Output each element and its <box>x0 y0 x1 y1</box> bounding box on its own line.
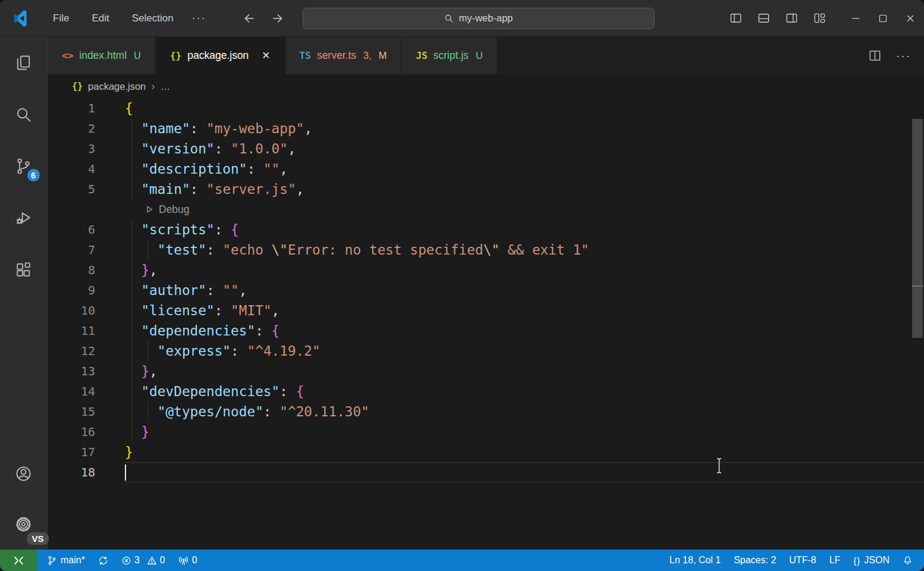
code-line[interactable]: 10 "license": "MIT", <box>48 300 924 321</box>
language-mode[interactable]: {}JSON <box>847 550 896 571</box>
toggle-primary-sidebar-icon[interactable] <box>729 11 743 25</box>
code-line[interactable]: 18 <box>48 462 924 482</box>
line-number: 12 <box>48 341 95 361</box>
indent-guide <box>147 341 148 361</box>
eol-sequence[interactable]: LF <box>823 550 847 571</box>
menu-edit[interactable]: Edit <box>80 8 120 29</box>
indentation[interactable]: Spaces: 2 <box>727 550 782 571</box>
vscode-window: FileEditSelection ··· my-web-app <box>0 0 924 571</box>
notifications[interactable] <box>896 550 919 571</box>
code-line[interactable]: 2 "name": "my-web-app", <box>48 118 924 139</box>
code-line[interactable]: 13 }, <box>48 361 924 381</box>
menubar: FileEditSelection <box>42 8 185 29</box>
breadcrumb-file[interactable]: package.json <box>88 81 146 92</box>
status-label: 0 <box>192 555 197 566</box>
branch-icon <box>47 556 57 566</box>
line-number: 6 <box>48 219 95 240</box>
line-number: 11 <box>48 321 95 341</box>
problems[interactable]: 30 <box>115 550 172 571</box>
toggle-panel-icon[interactable] <box>757 11 771 25</box>
command-center-search[interactable]: my-web-app <box>303 8 655 29</box>
codelens-row: Debug <box>48 199 924 219</box>
menu-selection[interactable]: Selection <box>121 8 185 29</box>
indent-guide <box>131 401 132 422</box>
scrollbar-marker <box>912 286 923 287</box>
activity-bar: 6 VS <box>0 37 48 550</box>
vertical-scrollbar[interactable] <box>912 119 923 338</box>
encoding[interactable]: UTF-8 <box>782 550 822 571</box>
extensions-icon <box>14 261 33 279</box>
close-button[interactable] <box>897 0 924 37</box>
breadcrumb[interactable]: {} package.json › … <box>48 74 924 98</box>
status-label: JSON <box>864 555 890 566</box>
code-line[interactable]: 16 } <box>48 422 924 442</box>
source-control-button[interactable]: 6 <box>0 140 48 192</box>
search-button[interactable] <box>0 89 48 140</box>
search-icon <box>444 14 454 23</box>
cursor-position[interactable]: Ln 18, Col 1 <box>663 550 727 571</box>
toggle-secondary-sidebar-icon[interactable] <box>785 11 799 25</box>
sync-changes[interactable] <box>92 550 115 571</box>
tab-label: package.json <box>187 49 249 62</box>
line-number: 8 <box>48 260 95 280</box>
account-button[interactable] <box>0 448 48 499</box>
breadcrumb-more[interactable]: … <box>161 81 171 92</box>
code-line[interactable]: 3 "version": "1.0.0", <box>48 139 924 159</box>
code-line[interactable]: 8 }, <box>48 260 924 280</box>
code-line[interactable]: 9 "author": "", <box>48 280 924 300</box>
code-line[interactable]: 11 "dependencies": { <box>48 321 924 341</box>
tab-label: index.html <box>79 49 127 62</box>
tab-index-html[interactable]: <>index.htmlU <box>48 37 156 74</box>
indent-guide <box>147 401 148 422</box>
forwarded-ports[interactable]: 0 <box>172 550 204 571</box>
line-number: 17 <box>48 442 95 462</box>
status-label: main* <box>61 555 85 566</box>
gear-icon <box>14 515 33 534</box>
chevron-right-icon: › <box>151 80 155 93</box>
extensions-button[interactable] <box>0 244 48 296</box>
code-line[interactable]: 1{ <box>48 98 924 118</box>
explorer-button[interactable] <box>0 37 48 89</box>
run-debug-button[interactable] <box>0 192 48 244</box>
js-icon: JS <box>416 50 428 61</box>
line-number <box>48 199 95 219</box>
menu-overflow[interactable]: ··· <box>185 8 213 29</box>
line-number: 4 <box>48 159 95 179</box>
tab-script-js[interactable]: JSscript.jsU <box>402 37 498 74</box>
customize-layout-icon[interactable] <box>813 11 826 25</box>
code-line[interactable]: 14 "devDependencies": { <box>48 381 924 401</box>
menu-file[interactable]: File <box>42 8 80 29</box>
line-number: 18 <box>48 462 95 482</box>
code-line[interactable]: 7 "test": "echo \"Error: no test specifi… <box>48 240 924 260</box>
more-actions-icon[interactable]: ··· <box>896 49 911 62</box>
remote-indicator[interactable] <box>0 550 37 571</box>
tab-bar: <>index.htmlU{}package.json✕TSserver.ts3… <box>48 37 924 74</box>
indent-guide <box>131 422 132 442</box>
line-number: 13 <box>48 361 95 381</box>
code-line[interactable]: 12 "express": "^4.19.2" <box>48 341 924 361</box>
code-line[interactable]: 5 "main": "server.js", <box>48 179 924 199</box>
code-line[interactable]: 15 "@types/node": "^20.11.30" <box>48 401 924 422</box>
tab-server-ts[interactable]: TSserver.ts3,M <box>285 37 402 74</box>
code-line[interactable]: 6 "scripts": { <box>48 219 924 240</box>
code-editor[interactable]: 1{2 "name": "my-web-app",3 "version": "1… <box>48 98 924 550</box>
back-arrow-icon[interactable] <box>242 11 256 26</box>
settings-button[interactable]: VS <box>0 499 48 550</box>
minimize-button[interactable] <box>842 0 869 37</box>
forward-arrow-icon[interactable] <box>271 11 285 26</box>
code-line[interactable]: 17} <box>48 442 924 462</box>
debug-codelens[interactable]: Debug <box>144 199 924 219</box>
git-branch[interactable]: main* <box>40 550 92 571</box>
sync-icon <box>98 556 108 566</box>
maximize-button[interactable] <box>869 0 897 37</box>
vscode-logo <box>13 10 31 27</box>
tower-icon <box>178 556 188 566</box>
code-line[interactable]: 4 "description": "", <box>48 159 924 179</box>
close-icon[interactable]: ✕ <box>262 49 270 62</box>
split-editor-icon[interactable] <box>868 49 882 62</box>
text-cursor <box>125 465 126 481</box>
codelens-label: Debug <box>159 199 190 219</box>
line-number: 15 <box>48 401 95 422</box>
tab-package-json[interactable]: {}package.json✕ <box>156 37 285 74</box>
titlebar: FileEditSelection ··· my-web-app <box>0 0 924 37</box>
